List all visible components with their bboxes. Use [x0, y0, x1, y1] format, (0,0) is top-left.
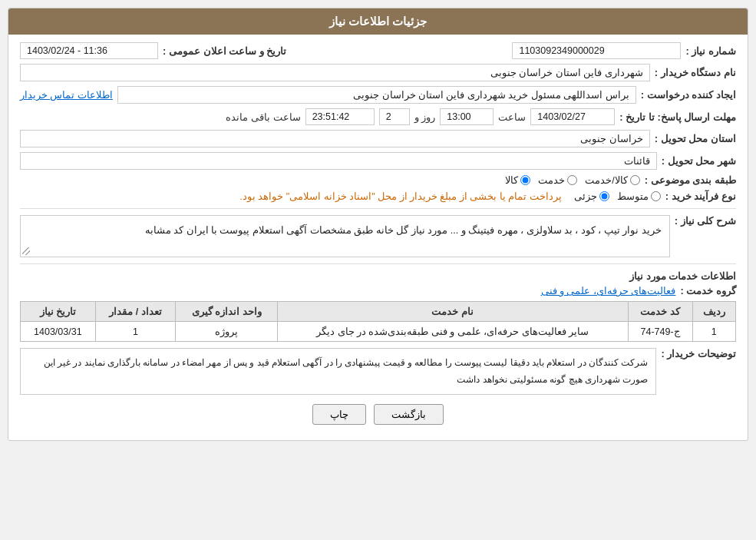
cell-name: سایر فعالیت‌های حرفه‌ای، علمی و فنی طبقه…	[277, 322, 628, 342]
deadline-time: 13:00	[440, 108, 494, 125]
category-goods-option[interactable]: کالا	[505, 174, 530, 186]
services-section-title: اطلاعات خدمات مورد نیاز	[20, 270, 736, 282]
process-medium-label: متوسط	[617, 190, 649, 202]
service-group-row: گروه خدمت : فعالیت‌های حرفه‌ای، علمی و ف…	[20, 285, 736, 297]
cell-unit: پروژه	[176, 322, 277, 342]
deadline-day-label: روز و	[414, 111, 436, 123]
col-header-row: ردیف	[692, 302, 735, 322]
col-header-date: تاریخ نیاز	[21, 302, 96, 322]
deadline-label: مهلت ارسال پاسخ: تا تاریخ :	[619, 111, 736, 123]
contact-link[interactable]: اطلاعات تماس خریدار	[20, 89, 113, 101]
process-radio-group: متوسط جزئی	[574, 190, 661, 202]
created-by-row: ایجاد کننده درخواست : براس اسداللهی مسئو…	[20, 86, 736, 104]
col-header-quantity: تعداد / مقدار	[95, 302, 176, 322]
city-label: شهر محل تحویل :	[662, 155, 736, 167]
back-button[interactable]: بازگشت	[374, 404, 444, 425]
divider-2	[20, 263, 736, 264]
process-medium-radio[interactable]	[651, 191, 661, 201]
category-label: طبقه بندی موضوعی :	[645, 174, 736, 186]
process-partial-option[interactable]: جزئی	[574, 190, 609, 202]
org-name-label: نام دستگاه خریدار :	[655, 67, 736, 78]
city-row: شهر محل تحویل : قائنات	[20, 152, 736, 170]
table-row: 1 ج-749-74 سایر فعالیت‌های حرفه‌ای، علمی…	[21, 322, 736, 342]
province-row: استان محل تحویل : خراسان جنوبی	[20, 130, 736, 147]
deadline-time-label: ساعت	[498, 111, 526, 123]
category-goods-label: کالا	[505, 174, 518, 186]
page-container: جزئیات اطلاعات نیاز شماره نیاز : 1103092…	[0, 0, 756, 540]
category-service-radio[interactable]	[567, 175, 577, 185]
buttons-row: بازگشت چاپ	[20, 404, 736, 432]
created-by-label: ایجاد کننده درخواست :	[641, 89, 736, 101]
need-number-label: شماره نیاز :	[685, 45, 736, 57]
org-name-row: نام دستگاه خریدار : شهرداری فاین استان خ…	[20, 64, 736, 81]
need-number-row: شماره نیاز : 1103092349000029 تاریخ و سا…	[20, 42, 736, 59]
services-table: ردیف کد خدمت نام خدمت واحد اندازه گیری ت…	[20, 301, 736, 342]
cell-row: 1	[692, 322, 735, 342]
cell-date: 1403/03/31	[21, 322, 96, 342]
col-header-name: نام خدمت	[277, 302, 628, 322]
deadline-date: 1403/02/27	[530, 108, 615, 125]
service-group-value[interactable]: فعالیت‌های حرفه‌ای، علمی و فنی	[541, 285, 676, 297]
service-group-label: گروه خدمت :	[680, 285, 736, 297]
deadline-row: مهلت ارسال پاسخ: تا تاریخ : 1403/02/27 س…	[20, 108, 736, 125]
description-box: خرید نوار تیپ ، کود ، بد سلاولزی ، مهره …	[20, 215, 670, 257]
description-text: خرید نوار تیپ ، کود ، بد سلاولزی ، مهره …	[145, 225, 662, 236]
services-table-head: ردیف کد خدمت نام خدمت واحد اندازه گیری ت…	[21, 302, 736, 322]
org-name-value: شهرداری فاین استان خراسان جنوبی	[20, 64, 650, 81]
page-title: جزئیات اطلاعات نیاز	[329, 15, 427, 28]
services-table-body: 1 ج-749-74 سایر فعالیت‌های حرفه‌ای، علمی…	[21, 322, 736, 342]
deadline-days: 2	[379, 108, 410, 125]
province-label: استان محل تحویل :	[655, 133, 736, 144]
category-goods-radio[interactable]	[520, 175, 530, 185]
print-button[interactable]: چاپ	[312, 404, 366, 425]
services-section: اطلاعات خدمات مورد نیاز گروه خدمت : فعال…	[20, 270, 736, 342]
description-label: شرح کلی نیاز :	[675, 215, 736, 227]
divider-1	[20, 208, 736, 209]
cell-code: ج-749-74	[628, 322, 692, 342]
deadline-remaining: 23:51:42	[305, 108, 375, 125]
category-goods-service-option[interactable]: کالا/خدمت	[585, 174, 639, 186]
category-goods-service-label: کالا/خدمت	[585, 174, 627, 186]
buyer-notes-label: توضیحات خریدار :	[661, 348, 736, 359]
category-service-option[interactable]: خدمت	[538, 174, 577, 186]
process-label: نوع فرآیند خرید :	[665, 190, 736, 202]
process-partial-radio[interactable]	[599, 191, 609, 201]
category-radio-group: کالا/خدمت خدمت کالا	[505, 174, 639, 186]
cell-quantity: 1	[95, 322, 176, 342]
process-medium-option[interactable]: متوسط	[617, 190, 661, 202]
category-goods-service-radio[interactable]	[630, 175, 640, 185]
description-row: شرح کلی نیاز : خرید نوار تیپ ، کود ، بد …	[20, 215, 736, 257]
col-header-code: کد خدمت	[628, 302, 692, 322]
card-header: جزئیات اطلاعات نیاز	[8, 8, 748, 35]
card-body: شماره نیاز : 1103092349000029 تاریخ و سا…	[8, 35, 748, 440]
services-table-header-row: ردیف کد خدمت نام خدمت واحد اندازه گیری ت…	[21, 302, 736, 322]
announce-label: تاریخ و ساعت اعلان عمومی :	[163, 45, 286, 57]
announce-value: 1403/02/24 - 11:36	[20, 42, 158, 59]
col-header-unit: واحد اندازه گیری	[176, 302, 277, 322]
buyer-notes-row: توضیحات خریدار : شرکت کنندگان در استعلام…	[20, 348, 736, 395]
created-by-value: براس اسداللهی مسئول خرید شهرداری فاین اس…	[117, 86, 636, 104]
buyer-notes-text: شرکت کنندگان در استعلام باید دقیقا لیست …	[44, 357, 649, 385]
process-note: پرداخت تمام یا بخشی از مبلغ خریدار از مح…	[239, 190, 562, 202]
need-number-value: 1103092349000029	[512, 42, 681, 59]
category-row: طبقه بندی موضوعی : کالا/خدمت خدمت کالا	[20, 174, 736, 186]
province-value: خراسان جنوبی	[20, 130, 650, 147]
city-value: قائنات	[20, 152, 657, 170]
deadline-remaining-label: ساعت باقی مانده	[226, 111, 300, 123]
process-partial-label: جزئی	[574, 190, 597, 202]
process-row: نوع فرآیند خرید : متوسط جزئی پرداخت تمام…	[20, 190, 736, 202]
buyer-notes-box: شرکت کنندگان در استعلام باید دقیقا لیست …	[20, 348, 656, 395]
main-card: جزئیات اطلاعات نیاز شماره نیاز : 1103092…	[8, 8, 748, 441]
category-service-label: خدمت	[538, 174, 565, 186]
resize-handle	[22, 247, 30, 255]
